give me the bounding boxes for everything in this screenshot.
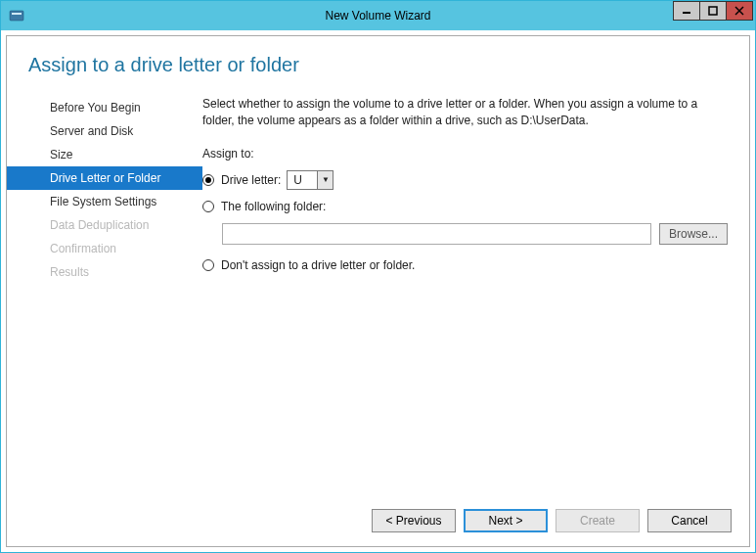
option-folder-row: The following folder: — [202, 200, 728, 213]
option-drive-letter-row: Drive letter: U ▼ — [202, 170, 728, 190]
wizard-window: New Volume Wizard Assign to a drive lett… — [0, 0, 756, 553]
window-title: New Volume Wizard — [1, 9, 755, 23]
wizard-footer: < Previous Next > Create Cancel — [7, 499, 749, 546]
step-server-and-disk[interactable]: Server and Disk — [7, 119, 202, 143]
folder-input-row: Browse... — [222, 223, 728, 245]
create-button: Create — [556, 509, 640, 532]
step-results: Results — [7, 260, 202, 284]
browse-button[interactable]: Browse... — [659, 223, 728, 245]
minimize-button[interactable] — [673, 1, 700, 21]
window-controls — [674, 1, 753, 21]
folder-path-input[interactable] — [222, 223, 651, 245]
cancel-button[interactable]: Cancel — [647, 509, 732, 532]
assign-to-label: Assign to: — [202, 147, 728, 161]
drive-letter-dropdown[interactable]: U ▼ — [287, 170, 334, 190]
page-description: Select whether to assign the volume to a… — [202, 96, 728, 129]
drive-letter-value: U — [288, 171, 317, 189]
radio-dont-assign[interactable] — [202, 259, 214, 271]
wizard-steps: Before You Begin Server and Disk Size Dr… — [7, 90, 202, 499]
svg-rect-3 — [709, 7, 717, 15]
wizard-body: Assign to a drive letter or folder Befor… — [6, 35, 750, 547]
svg-rect-0 — [10, 11, 23, 21]
app-icon — [9, 8, 24, 23]
chevron-down-icon: ▼ — [317, 171, 333, 189]
previous-button[interactable]: < Previous — [372, 509, 456, 532]
wizard-content: Select whether to assign the volume to a… — [202, 90, 728, 499]
option-none-row: Don't assign to a drive letter or folder… — [202, 258, 728, 272]
option-folder-label: The following folder: — [221, 200, 326, 213]
step-drive-letter-or-folder[interactable]: Drive Letter or Folder — [7, 166, 202, 190]
radio-drive-letter[interactable] — [202, 174, 214, 186]
option-drive-letter-label: Drive letter: — [221, 173, 281, 187]
titlebar: New Volume Wizard — [1, 1, 755, 30]
step-confirmation: Confirmation — [7, 237, 202, 260]
next-button[interactable]: Next > — [464, 509, 548, 532]
option-none-label: Don't assign to a drive letter or folder… — [221, 258, 415, 272]
maximize-button[interactable] — [699, 1, 727, 21]
svg-rect-1 — [12, 13, 22, 15]
page-heading: Assign to a drive letter or folder — [7, 36, 749, 90]
close-button[interactable] — [726, 1, 753, 21]
step-file-system-settings[interactable]: File System Settings — [7, 190, 202, 213]
step-size[interactable]: Size — [7, 143, 202, 166]
step-before-you-begin[interactable]: Before You Begin — [7, 96, 202, 119]
radio-following-folder[interactable] — [202, 201, 214, 212]
step-data-deduplication: Data Deduplication — [7, 213, 202, 237]
